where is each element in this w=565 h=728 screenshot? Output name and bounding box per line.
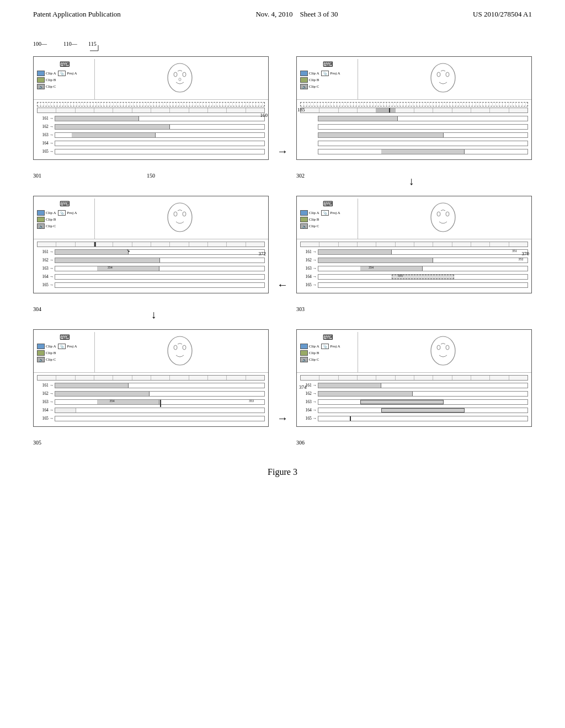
- main-content: 100— 110— 115 ⌨: [0, 24, 565, 483]
- label-301: 301: [33, 173, 41, 179]
- arrow-303-304: ←: [274, 279, 291, 303]
- label-305: 305: [33, 440, 41, 446]
- label-160: 160: [260, 113, 268, 118]
- panel-306-wrapper: ⌨ Clip A 📎 Proj A Clip B: [296, 326, 532, 437]
- face-306: [425, 334, 461, 370]
- ticks-302: [300, 108, 528, 113]
- page-header: Patent Application Publication Nov. 4, 2…: [0, 0, 565, 24]
- arrow-305-306: →: [274, 412, 291, 437]
- panel-306: ⌨ Clip A 📎 Proj A Clip B: [296, 329, 532, 427]
- face-304: [162, 201, 198, 237]
- label-370: 370: [522, 251, 530, 256]
- header-left: Patent Application Publication: [33, 10, 121, 19]
- track-162-label: 162 →: [37, 124, 54, 129]
- label-303: 303: [296, 306, 305, 312]
- panel-305: ⌨ Clip A 📎 Proj A Clip B: [33, 329, 269, 427]
- svg-point-9: [168, 203, 192, 232]
- svg-point-3: [174, 72, 177, 77]
- figure-caption: Figure 3: [33, 467, 532, 477]
- label-304: 304: [33, 306, 41, 312]
- svg-point-7: [437, 72, 440, 77]
- svg-point-19: [437, 345, 440, 350]
- panel-302-wrapper: ⌨ Clip A 📎 Proj A Clip B: [296, 41, 532, 170]
- arrow-301-302: →: [274, 145, 291, 170]
- panel-302-icon: ⌨: [323, 60, 333, 68]
- svg-point-14: [446, 212, 449, 216]
- label-306: 306: [296, 440, 305, 446]
- label-100: 100—: [33, 41, 47, 47]
- face-302: [425, 61, 461, 97]
- header-right: US 2010/278504 A1: [473, 10, 532, 19]
- panel-304: ⌨ Clip A 📎 Proj A Clip B: [33, 196, 269, 293]
- proj-a-icon: 📎: [58, 71, 66, 76]
- svg-point-16: [174, 345, 177, 350]
- face-301: [162, 61, 198, 97]
- clip-a-icon: [37, 71, 45, 76]
- timeline-dashed-301: [37, 102, 265, 106]
- track-165-label: 165 →: [37, 149, 54, 154]
- clip-b-label: Clip B: [46, 78, 56, 82]
- label-110: 110—: [63, 41, 77, 47]
- panel-303-wrapper: ⌨ Clip A 📎 Proj A Clip B: [296, 193, 532, 303]
- face-303: [425, 201, 461, 237]
- arrow-304-305: ↓: [33, 308, 274, 321]
- proj-a-label: Proj A: [67, 71, 77, 76]
- panels-section: 100— 110— 115 ⌨: [33, 41, 532, 437]
- svg-point-8: [446, 72, 449, 77]
- panel-302: ⌨ Clip A 📎 Proj A Clip B: [296, 56, 532, 160]
- label-374: 374: [299, 384, 307, 390]
- clip-c-label: Clip C: [46, 84, 56, 89]
- panel-305-wrapper: ⌨ Clip A 📎 Proj A Clip B: [33, 326, 269, 437]
- svg-point-2: [168, 63, 192, 92]
- panel-304-wrapper: ⌨ Clip A 📎 Proj A Clip B: [33, 193, 269, 303]
- panel-301: ⌨ Clip A 📎 Proj A: [33, 56, 269, 160]
- track-163-label: 163 →: [37, 132, 54, 137]
- label-185: 185: [297, 107, 305, 113]
- svg-point-4: [183, 72, 186, 77]
- tracks-301: 161 → 162 →: [34, 115, 268, 159]
- clip-a-label: Clip A: [46, 71, 56, 76]
- clip-c-icon: 🔊: [37, 84, 45, 89]
- clip-b-icon: [37, 77, 45, 83]
- svg-point-13: [437, 212, 440, 216]
- face-305: [162, 334, 198, 370]
- ticks-301: [37, 108, 265, 113]
- svg-point-5: [179, 78, 181, 81]
- panel-301-icon: ⌨: [60, 60, 70, 68]
- svg-point-11: [183, 212, 186, 216]
- track-164-label: 164 →: [37, 141, 54, 146]
- svg-point-17: [183, 345, 186, 350]
- svg-point-18: [431, 336, 455, 365]
- panel-303: ⌨ Clip A 📎 Proj A Clip B: [296, 196, 532, 293]
- label-372: 372: [259, 251, 266, 256]
- svg-point-20: [446, 345, 449, 350]
- label-302: 302: [296, 173, 305, 179]
- panel-301-wrapper: 100— 110— 115 ⌨: [33, 41, 269, 170]
- svg-point-6: [431, 63, 455, 92]
- track-161-label: 161 →: [37, 116, 54, 121]
- svg-point-10: [174, 212, 177, 216]
- label-150: 150: [147, 173, 155, 179]
- svg-point-12: [431, 203, 455, 232]
- arrow-302-303: ↓: [291, 174, 532, 188]
- svg-point-15: [168, 336, 192, 365]
- header-center: Nov. 4, 2010 Sheet 3 of 30: [255, 10, 338, 19]
